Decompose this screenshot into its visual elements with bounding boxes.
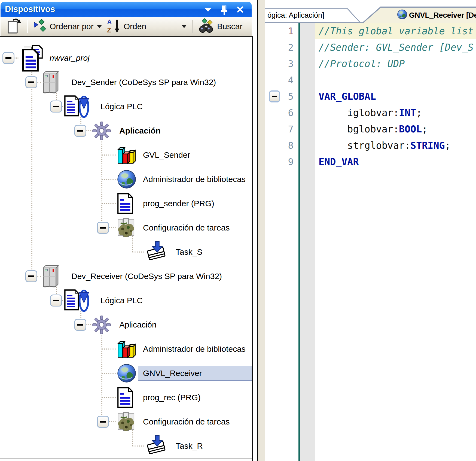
tree-connector-line xyxy=(31,69,32,276)
code-segment-plain: strglobvar: xyxy=(319,140,410,151)
application-gear-icon xyxy=(92,316,111,335)
horizontal-scrollbar[interactable] xyxy=(0,458,252,459)
tree-connector-stub xyxy=(37,276,41,277)
task-stack-icon xyxy=(145,241,168,264)
tab-gnvl-receiver[interactable]: GNVL_Receiver [De xyxy=(409,8,476,22)
tree-item-label[interactable]: GNVL_Receiver xyxy=(143,367,202,380)
sort-by-button[interactable]: Ordenar por xyxy=(31,19,104,34)
svg-text:A: A xyxy=(107,18,112,26)
tree-item-label[interactable]: Task_R xyxy=(176,439,203,453)
line-number: 4 xyxy=(265,72,294,88)
tree-connector-stub xyxy=(14,57,19,59)
line-number: 2 xyxy=(265,39,294,56)
task-config-icon xyxy=(117,411,136,433)
tree-item-label[interactable]: Administrador de bibliotecas xyxy=(143,173,246,186)
expand-collapse-box[interactable] xyxy=(50,101,62,113)
expand-collapse-box[interactable] xyxy=(74,125,86,137)
code-segment-keyword: INT xyxy=(399,107,416,118)
collapse-caret-icon[interactable] xyxy=(204,8,212,12)
tree-item-label[interactable]: Aplicación xyxy=(119,318,157,331)
code-segment-plain: bglobvar: xyxy=(319,124,399,135)
search-button[interactable]: Buscar xyxy=(196,19,245,34)
tree-item-label[interactable]: Administrador de bibliotecas xyxy=(143,342,246,356)
task-config-icon xyxy=(117,217,136,239)
code-line[interactable]: //This global variable list xyxy=(319,23,474,39)
code-editor[interactable]: 1//This global variable list2//Sender: G… xyxy=(265,23,476,461)
line-number: 7 xyxy=(265,121,294,137)
code-segment-comment: //This global variable list xyxy=(319,26,474,37)
project-icon xyxy=(20,44,47,73)
code-segment-keyword: END_VAR xyxy=(319,156,359,167)
tree-connector-stub xyxy=(132,445,144,447)
tree-connector-stub xyxy=(109,421,116,422)
tree-connector-stub xyxy=(86,324,91,325)
code-segment-keyword: BOOL xyxy=(399,124,422,135)
expand-collapse-box[interactable] xyxy=(25,270,37,282)
code-segment-keyword: VAR_GLOBAL xyxy=(319,91,376,102)
svg-text:Z: Z xyxy=(107,26,111,34)
toolbar-separator xyxy=(27,20,28,33)
code-line[interactable]: bglobvar:BOOL; xyxy=(319,121,428,137)
sort-order-button[interactable]: A Z Orden xyxy=(104,19,189,34)
plc-logic-icon xyxy=(64,289,90,313)
tree-item-label[interactable]: Configuración de tareas xyxy=(143,221,230,234)
line-number: 8 xyxy=(265,137,294,154)
tree-connector-stub xyxy=(102,179,116,180)
tree-connector-stub xyxy=(62,106,63,107)
tree-item-label[interactable]: Dev_Receiver (CoDeSys SP para Win32) xyxy=(71,270,222,283)
tree-item-label[interactable]: Lógica PLC xyxy=(100,100,143,113)
globe-icon xyxy=(117,169,136,190)
tree-item-label[interactable]: Dev_Sender (CoDeSys SP para Win32) xyxy=(71,76,216,89)
expand-collapse-box[interactable] xyxy=(97,222,109,234)
code-line[interactable]: //Protocol: UDP xyxy=(319,56,405,72)
line-number: 1 xyxy=(265,23,294,39)
line-number: 6 xyxy=(265,105,294,121)
expand-collapse-box[interactable] xyxy=(25,76,37,88)
expand-collapse-box[interactable] xyxy=(50,295,62,307)
code-segment-comment: //Sender: GVL_Sender [Dev_S xyxy=(319,42,474,53)
expand-collapse-box[interactable] xyxy=(74,319,86,331)
chevron-down-icon[interactable] xyxy=(97,25,102,28)
tree-connector-stub xyxy=(109,227,116,228)
pin-icon[interactable] xyxy=(220,5,228,17)
code-line[interactable]: //Sender: GVL_Sender [Dev_S xyxy=(319,39,474,56)
close-icon[interactable] xyxy=(235,5,245,14)
tree-item-label[interactable]: Aplicación xyxy=(119,124,161,137)
tree-item-label[interactable]: GVL_Sender xyxy=(143,148,190,162)
expand-collapse-box[interactable] xyxy=(2,52,14,64)
code-line[interactable]: VAR_GLOBAL xyxy=(319,88,376,105)
tree-item-label[interactable]: Configuración de tareas xyxy=(143,415,230,428)
tree-item-label[interactable]: Lógica PLC xyxy=(100,294,143,307)
code-line[interactable]: END_VAR xyxy=(319,154,359,170)
code-segment-keyword: STRING xyxy=(410,140,445,151)
device-tree: nwvar_proj Dev_Sender (CoDeSys SP para W… xyxy=(0,36,253,461)
program-icon xyxy=(117,193,134,215)
tree-connector-stub xyxy=(37,82,41,83)
indicator-margin xyxy=(300,23,315,461)
code-segment-plain: iglobvar: xyxy=(319,107,399,118)
device-icon xyxy=(42,265,59,289)
expand-collapse-box[interactable] xyxy=(97,416,109,428)
code-segment-plain: ; xyxy=(422,124,428,135)
chevron-down-icon[interactable] xyxy=(182,25,187,28)
tree-connector-line xyxy=(101,137,102,228)
application-gear-icon xyxy=(92,122,111,141)
tree-item-label[interactable]: Task_S xyxy=(176,245,202,259)
code-line[interactable]: strglobvar:STRING; xyxy=(319,137,451,154)
tree-item-label[interactable]: prog_rec (PRG) xyxy=(143,391,201,404)
devices-panel: Dispositivos Ordenar por A Z Orden xyxy=(0,0,252,461)
device-icon xyxy=(42,71,59,95)
sort-by-icon xyxy=(33,19,47,34)
tree-item-label[interactable]: prog_sender (PRG) xyxy=(143,197,214,210)
refresh-view-button[interactable] xyxy=(5,19,23,34)
gvl-bars-icon xyxy=(117,340,136,359)
code-line[interactable]: iglobvar:INT; xyxy=(319,105,422,121)
tree-connector-stub xyxy=(86,130,91,131)
tree-item-label[interactable]: nwvar_proj xyxy=(50,51,90,65)
code-fold-collapse-box[interactable] xyxy=(269,90,280,102)
tree-connector-stub xyxy=(102,154,116,156)
program-icon xyxy=(117,387,134,409)
tab-plc-logic-application[interactable]: ógica: Aplicación] xyxy=(267,8,324,22)
refresh-page-icon xyxy=(7,18,21,35)
code-segment-plain: ; xyxy=(416,107,422,118)
